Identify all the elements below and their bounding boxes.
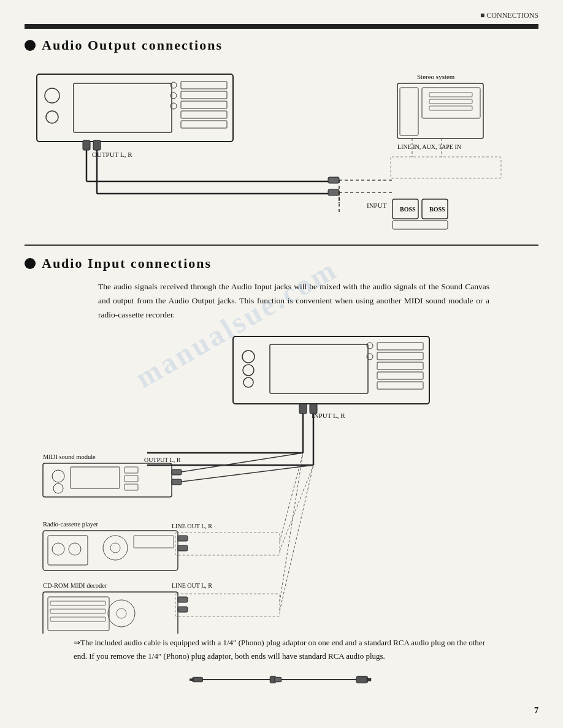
svg-point-66 bbox=[52, 470, 64, 482]
svg-rect-25 bbox=[400, 88, 418, 135]
svg-text:OUTPUT L, R: OUTPUT L, R bbox=[92, 151, 132, 158]
svg-text:LINE OUT L, R: LINE OUT L, R bbox=[172, 582, 212, 589]
svg-point-94 bbox=[108, 600, 135, 627]
divider-rule bbox=[25, 245, 538, 246]
svg-point-2 bbox=[45, 88, 59, 103]
svg-rect-32 bbox=[391, 157, 501, 178]
svg-rect-84 bbox=[134, 536, 174, 548]
svg-rect-74 bbox=[172, 479, 182, 485]
cable-svg bbox=[190, 671, 373, 688]
svg-point-47 bbox=[242, 351, 255, 363]
svg-rect-97 bbox=[50, 609, 105, 613]
svg-point-49 bbox=[243, 377, 253, 387]
svg-line-76 bbox=[182, 465, 313, 482]
svg-rect-53 bbox=[377, 372, 423, 379]
svg-rect-102 bbox=[175, 594, 280, 616]
svg-rect-107 bbox=[190, 678, 194, 681]
svg-rect-4 bbox=[181, 82, 227, 89]
svg-rect-5 bbox=[181, 91, 227, 99]
audio-input-section: The audio signals received through the A… bbox=[25, 280, 538, 689]
svg-text:Stereo system: Stereo system bbox=[417, 73, 455, 80]
footer-note: ⇒The included audio cable is equipped wi… bbox=[74, 636, 489, 663]
svg-text:OUTPUT L, R: OUTPUT L, R bbox=[144, 457, 181, 463]
svg-point-82 bbox=[103, 536, 128, 560]
svg-rect-88 bbox=[175, 533, 280, 555]
svg-text:LINE OUT L, R: LINE OUT L, R bbox=[172, 523, 212, 529]
svg-rect-19 bbox=[328, 177, 339, 183]
svg-rect-93 bbox=[48, 597, 109, 631]
input-svg: INPUT L, R MIDI sound module bbox=[25, 333, 538, 634]
svg-rect-46 bbox=[270, 344, 368, 393]
audio-input-diagram: INPUT L, R MIDI sound module bbox=[25, 333, 538, 628]
svg-rect-92 bbox=[43, 592, 178, 634]
svg-text:Radio-cassette player: Radio-cassette player bbox=[43, 521, 99, 528]
svg-rect-111 bbox=[367, 678, 372, 681]
page-number: 7 bbox=[534, 706, 538, 716]
svg-text:BOSS: BOSS bbox=[429, 206, 445, 213]
top-rule bbox=[25, 24, 538, 29]
svg-rect-98 bbox=[50, 617, 105, 621]
section2-heading: Audio Input connections bbox=[25, 256, 538, 271]
svg-rect-7 bbox=[181, 111, 227, 118]
svg-rect-27 bbox=[429, 93, 472, 97]
svg-rect-29 bbox=[429, 106, 472, 110]
svg-point-48 bbox=[243, 365, 254, 376]
svg-rect-71 bbox=[124, 484, 138, 490]
svg-rect-69 bbox=[124, 467, 138, 473]
svg-rect-8 bbox=[181, 121, 227, 128]
svg-rect-110 bbox=[356, 676, 368, 683]
svg-rect-73 bbox=[172, 469, 182, 475]
svg-rect-13 bbox=[83, 140, 90, 150]
svg-rect-101 bbox=[178, 607, 188, 612]
svg-point-81 bbox=[69, 543, 81, 555]
svg-rect-68 bbox=[71, 467, 120, 488]
svg-text:BOSS: BOSS bbox=[400, 206, 416, 213]
description-text: The audio signals received through the A… bbox=[98, 280, 489, 322]
svg-rect-100 bbox=[178, 597, 188, 602]
svg-rect-1 bbox=[74, 83, 172, 132]
audio-output-diagram: OUTPUT L, R Stereo system bbox=[25, 62, 538, 233]
svg-rect-87 bbox=[178, 545, 188, 551]
svg-text:CD-ROM MIDI decoder: CD-ROM MIDI decoder bbox=[43, 582, 107, 589]
svg-rect-109 bbox=[275, 677, 282, 682]
svg-rect-52 bbox=[377, 362, 423, 370]
header-section-label: CONNECTIONS bbox=[480, 11, 538, 20]
section1-heading: Audio Output connections bbox=[25, 37, 538, 53]
svg-rect-54 bbox=[377, 382, 423, 389]
svg-text:INPUT: INPUT bbox=[367, 202, 387, 209]
output-svg: OUTPUT L, R Stereo system bbox=[25, 62, 538, 230]
svg-rect-6 bbox=[181, 101, 227, 108]
section1-title: Audio Output connections bbox=[42, 37, 223, 53]
svg-point-67 bbox=[53, 483, 63, 493]
section2-title: Audio Input connections bbox=[42, 256, 212, 271]
svg-rect-59 bbox=[310, 404, 317, 414]
svg-rect-26 bbox=[422, 88, 480, 118]
svg-rect-24 bbox=[397, 83, 483, 138]
section1-bullet bbox=[25, 40, 36, 51]
cable-diagram bbox=[190, 670, 373, 689]
section2-bullet bbox=[25, 258, 36, 269]
svg-rect-65 bbox=[43, 463, 172, 497]
svg-rect-28 bbox=[429, 99, 472, 104]
header-bar: CONNECTIONS bbox=[25, 11, 538, 20]
svg-point-83 bbox=[110, 543, 120, 553]
svg-rect-20 bbox=[328, 189, 339, 195]
svg-point-3 bbox=[46, 111, 58, 123]
svg-rect-0 bbox=[37, 74, 233, 142]
svg-rect-40 bbox=[393, 221, 448, 229]
svg-rect-14 bbox=[93, 140, 101, 150]
footer-note-text: ⇒The included audio cable is equipped wi… bbox=[74, 636, 489, 663]
svg-text:LINE IN, AUX, TAPE IN: LINE IN, AUX, TAPE IN bbox=[397, 143, 461, 150]
svg-rect-70 bbox=[124, 476, 138, 482]
svg-rect-58 bbox=[299, 404, 307, 414]
page-container: manualsue.com CONNECTIONS Audio Output c… bbox=[0, 0, 563, 728]
svg-rect-79 bbox=[48, 536, 88, 565]
svg-rect-51 bbox=[377, 352, 423, 360]
svg-text:MIDI sound module: MIDI sound module bbox=[43, 453, 96, 460]
svg-point-80 bbox=[52, 543, 64, 555]
svg-rect-86 bbox=[178, 536, 188, 541]
svg-rect-50 bbox=[377, 343, 423, 350]
svg-rect-96 bbox=[50, 601, 105, 605]
svg-point-95 bbox=[117, 609, 126, 618]
